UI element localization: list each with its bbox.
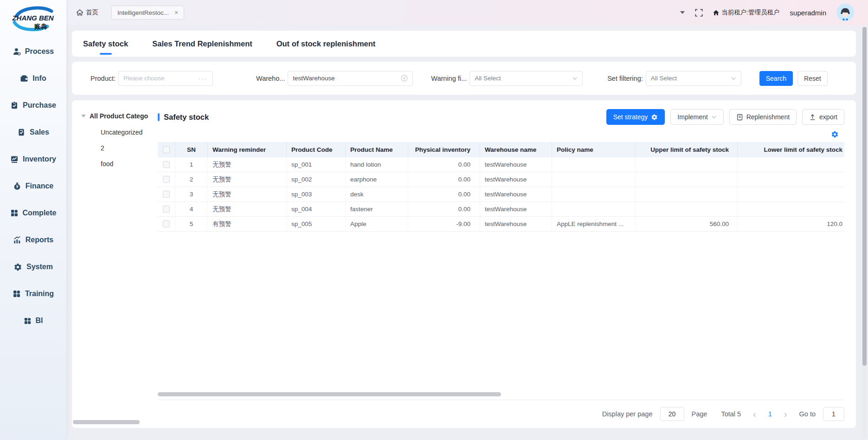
table-row[interactable]: 5 有预警 sp_005 Apple -9.00 testWarehouse A… bbox=[158, 217, 844, 232]
logo-text-zh: 账犇 bbox=[34, 23, 47, 30]
export-button[interactable]: export bbox=[802, 109, 844, 125]
warning-filter-label: Warning fi... bbox=[431, 75, 467, 82]
product-select[interactable]: ··· bbox=[118, 71, 213, 86]
row-checkbox[interactable] bbox=[163, 161, 170, 168]
username[interactable]: superadmin bbox=[790, 9, 826, 17]
reset-button[interactable]: Reset bbox=[797, 71, 828, 86]
cell-physical-inventory: 0.00 bbox=[408, 202, 480, 216]
search-button[interactable]: Search bbox=[759, 71, 793, 86]
warehouse-select[interactable] bbox=[288, 71, 413, 86]
cell-upper-limit: 560.00 bbox=[636, 217, 738, 231]
tree-item-2[interactable]: 2 bbox=[81, 140, 158, 156]
tree-horizontal-scrollbar[interactable] bbox=[73, 420, 140, 424]
chevron-down-icon[interactable] bbox=[680, 11, 685, 14]
sidebar-item-label: Process bbox=[25, 47, 54, 56]
table-row[interactable]: 4 无预警 sp_004 fastener 0.00 testWarehouse bbox=[158, 202, 844, 217]
tab-sales-trend-replenishment[interactable]: Sales Trend Replenishment bbox=[152, 31, 252, 57]
warning-filter-select[interactable]: All Select bbox=[469, 71, 583, 86]
sidebar-item-label: BI bbox=[36, 317, 43, 325]
current-tenant: 当前租户:管理员租户 bbox=[713, 8, 779, 17]
sidebar-item-reports[interactable]: Reports bbox=[0, 226, 66, 253]
cell-sn: 5 bbox=[175, 217, 208, 231]
col-product-code: Product Code bbox=[287, 142, 346, 157]
next-page-icon[interactable]: › bbox=[784, 409, 787, 419]
set-filtering-label: Set filtering: bbox=[607, 75, 643, 82]
vertical-scrollbar-thumb[interactable] bbox=[862, 27, 867, 366]
grid-icon bbox=[13, 290, 21, 298]
cell-lower-limit bbox=[738, 202, 844, 216]
implement-button[interactable]: Implement bbox=[670, 109, 723, 125]
logo-swoosh-icon: ZHANG BEN 账犇 bbox=[7, 5, 59, 34]
tree-caret-icon[interactable] bbox=[81, 115, 86, 117]
col-lower-limit: Lower limit of safety stock bbox=[738, 142, 844, 157]
page-size-input[interactable] bbox=[660, 407, 684, 421]
tree-item-uncategorized[interactable]: Uncategorized bbox=[81, 124, 158, 140]
table-row[interactable]: 1 无预警 sp_001 hand lotion 0.00 testWareho… bbox=[158, 157, 844, 172]
sidebar-item-sales[interactable]: Sales bbox=[0, 119, 66, 146]
page-tabs: Safety stock Sales Trend Replenishment O… bbox=[72, 31, 856, 57]
tree-root-all-product-categories[interactable]: All Product Catego bbox=[81, 112, 158, 120]
implement-label: Implement bbox=[677, 113, 707, 121]
warehouse-input[interactable] bbox=[293, 75, 398, 82]
col-upper-limit: Upper limit of safety stock bbox=[636, 142, 738, 157]
goto-page-input[interactable] bbox=[823, 407, 844, 421]
set-strategy-button[interactable]: Set strategy bbox=[606, 109, 665, 125]
table-settings-gear-icon[interactable] bbox=[831, 130, 839, 138]
sidebar-nav: Process Info Purchase Sales bbox=[0, 38, 66, 334]
sidebar-item-system[interactable]: System bbox=[0, 253, 66, 280]
row-checkbox[interactable] bbox=[163, 206, 170, 213]
sidebar: ZHANG BEN 账犇 Process Info bbox=[0, 0, 66, 440]
cell-lower-limit: 120.0 bbox=[738, 217, 844, 231]
row-checkbox[interactable] bbox=[163, 176, 170, 183]
sidebar-item-complete[interactable]: Complete bbox=[0, 200, 66, 226]
col-warning-reminder: Warning reminder bbox=[208, 142, 287, 157]
sidebar-item-info[interactable]: Info bbox=[0, 65, 66, 92]
fullscreen-icon[interactable] bbox=[695, 9, 703, 17]
product-filter-label: Product: bbox=[90, 75, 116, 82]
col-physical-inventory: Physical inventory bbox=[408, 142, 480, 157]
col-policy-name: Policy name bbox=[552, 142, 636, 157]
breadcrumb-home[interactable]: 首页 bbox=[77, 8, 98, 17]
sidebar-item-finance[interactable]: ¥ Finance bbox=[0, 173, 66, 200]
sidebar-item-purchase[interactable]: Purchase bbox=[0, 92, 66, 119]
sidebar-item-label: Purchase bbox=[23, 101, 56, 110]
cell-product-code: sp_005 bbox=[287, 217, 346, 231]
avatar[interactable] bbox=[836, 4, 854, 21]
current-page[interactable]: 1 bbox=[768, 410, 772, 418]
sidebar-item-training[interactable]: Training bbox=[0, 280, 66, 307]
table-row[interactable]: 3 无预警 sp_003 desk 0.00 testWarehouse bbox=[158, 187, 844, 202]
sidebar-item-bi[interactable]: BI bbox=[0, 307, 66, 334]
cell-upper-limit bbox=[636, 172, 738, 187]
sidebar-item-label: Inventory bbox=[23, 155, 56, 163]
tree-item-food[interactable]: food bbox=[81, 156, 158, 172]
category-tree: All Product Catego Uncategorized 2 food bbox=[72, 100, 158, 428]
tab-label: Safety stock bbox=[83, 39, 128, 48]
row-checkbox[interactable] bbox=[163, 191, 170, 198]
sidebar-item-label: Complete bbox=[23, 209, 57, 217]
cell-product-name: fastener bbox=[346, 202, 408, 216]
product-input[interactable] bbox=[123, 75, 198, 82]
more-options-icon[interactable]: ··· bbox=[198, 74, 208, 82]
tab-safety-stock[interactable]: Safety stock bbox=[83, 31, 128, 57]
close-icon[interactable]: × bbox=[174, 9, 178, 16]
open-page-tab[interactable]: IntelligentRestoc... × bbox=[111, 6, 184, 19]
col-product-name: Product Name bbox=[346, 142, 408, 157]
cell-warning: 无预警 bbox=[208, 187, 287, 201]
cell-product-code: sp_001 bbox=[287, 157, 346, 172]
row-checkbox[interactable] bbox=[163, 220, 170, 227]
clear-icon[interactable] bbox=[401, 75, 408, 82]
tenant-label: 当前租户:管理员租户 bbox=[721, 8, 779, 17]
cell-sn: 3 bbox=[175, 187, 208, 201]
tab-out-of-stock-replenishment[interactable]: Out of stock replenishment bbox=[276, 31, 376, 57]
table-row[interactable]: 2 无预警 sp_002 earphone 0.00 testWarehouse bbox=[158, 172, 844, 187]
bar-chart-icon bbox=[13, 236, 21, 244]
select-all-checkbox[interactable] bbox=[163, 146, 170, 153]
replenishment-button[interactable]: Replenishment bbox=[729, 109, 797, 125]
table-horizontal-scrollbar[interactable] bbox=[158, 392, 501, 396]
sidebar-item-process[interactable]: Process bbox=[0, 38, 66, 65]
export-icon bbox=[809, 114, 816, 121]
set-filtering-select[interactable]: All Select bbox=[646, 71, 741, 86]
grid-icon bbox=[24, 317, 32, 325]
prev-page-icon[interactable]: ‹ bbox=[753, 409, 756, 419]
sidebar-item-inventory[interactable]: Inventory bbox=[0, 146, 66, 173]
